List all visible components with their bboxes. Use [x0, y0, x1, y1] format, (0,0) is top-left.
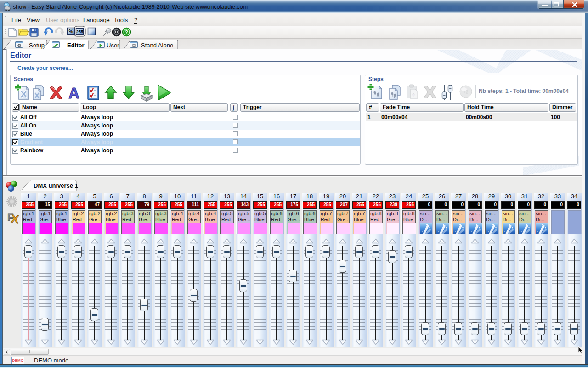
- svg-text:?: ?: [125, 29, 128, 35]
- svg-text:X: X: [11, 212, 20, 225]
- svg-text:%: %: [69, 29, 74, 34]
- svg-text:A: A: [68, 85, 79, 102]
- svg-text:255: 255: [76, 29, 83, 34]
